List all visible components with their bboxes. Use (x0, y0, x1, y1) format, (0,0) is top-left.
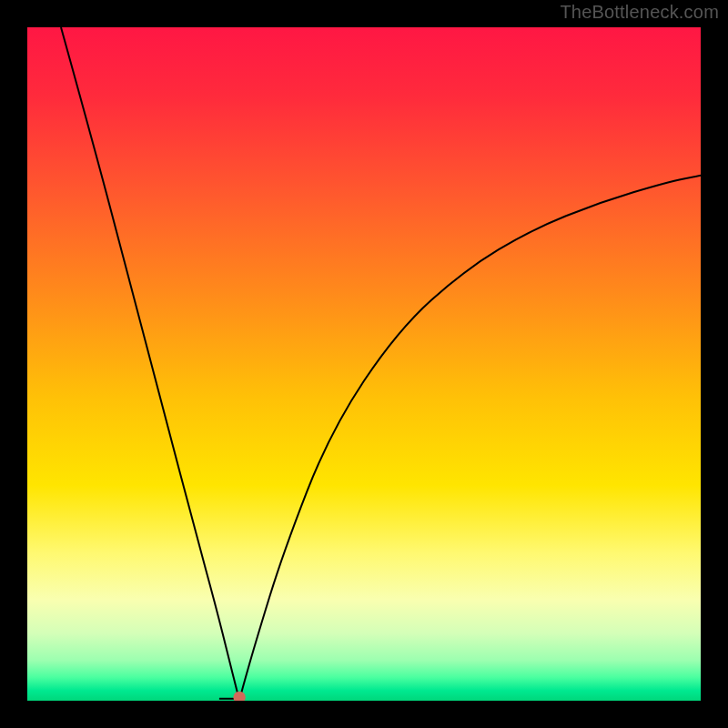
marker-dot (233, 692, 245, 701)
plot-area (27, 27, 701, 701)
bottleneck-curve (61, 27, 701, 697)
watermark-text: TheBottleneck.com (560, 2, 719, 23)
chart-container: TheBottleneck.com (0, 0, 728, 728)
curve-layer (27, 27, 701, 701)
